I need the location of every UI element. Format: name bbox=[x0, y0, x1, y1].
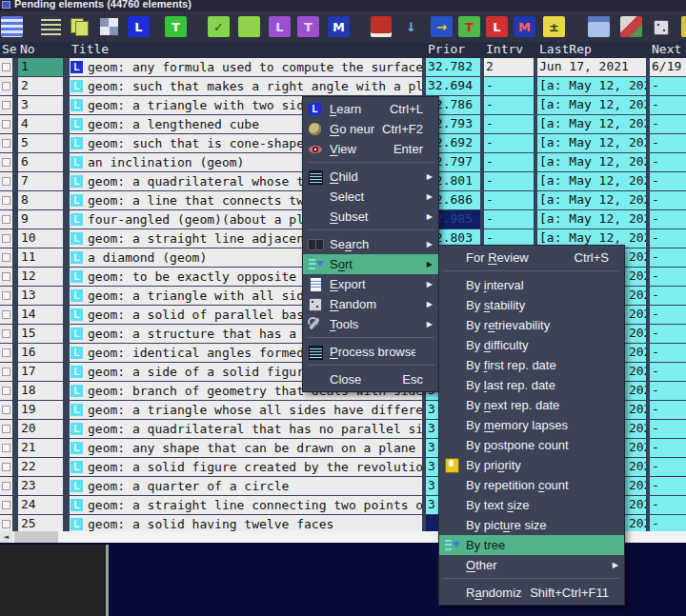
grid-view-icon[interactable] bbox=[98, 16, 120, 37]
row-select-cell[interactable] bbox=[0, 477, 12, 495]
row-title-cell[interactable]: Lgeom: a solid having twelve faces bbox=[70, 515, 422, 531]
row-next-cell[interactable]: - bbox=[650, 496, 686, 514]
row-checkbox[interactable] bbox=[2, 120, 10, 129]
row-select-cell[interactable] bbox=[0, 77, 12, 95]
row-checkbox[interactable] bbox=[2, 444, 10, 452]
row-number-cell[interactable]: 20 bbox=[18, 420, 63, 438]
menu-item-subset[interactable]: Subset ▶ bbox=[303, 207, 438, 227]
row-select-cell[interactable] bbox=[0, 363, 12, 381]
row-lastrep-cell[interactable]: [a: May 12, 202 bbox=[537, 172, 646, 190]
menu-item-by-picture-size[interactable]: By picture size bbox=[439, 515, 624, 535]
row-checkbox[interactable] bbox=[2, 501, 10, 509]
menu-item-for-review[interactable]: For Review Ctrl+S bbox=[439, 248, 624, 268]
row-next-cell[interactable]: - bbox=[650, 306, 686, 324]
row-select-cell[interactable] bbox=[0, 96, 12, 114]
menu-item-randomize[interactable]: Randomize Shift+Ctrl+F11 bbox=[439, 583, 624, 603]
element-l-icon[interactable]: L bbox=[128, 16, 150, 37]
row-checkbox[interactable] bbox=[2, 234, 10, 243]
row-checkbox[interactable] bbox=[2, 329, 10, 338]
row-number-cell[interactable]: 25 bbox=[18, 515, 63, 531]
m-plus-icon[interactable]: M bbox=[514, 16, 535, 37]
row-number-cell[interactable]: 15 bbox=[18, 325, 63, 343]
check-icon[interactable]: ✓ bbox=[208, 16, 230, 37]
row-next-cell[interactable]: - bbox=[650, 439, 686, 457]
row-interval-cell[interactable]: - bbox=[484, 96, 534, 114]
row-select-cell[interactable] bbox=[0, 344, 12, 362]
row-next-cell[interactable]: - bbox=[650, 96, 686, 114]
row-next-cell[interactable]: - bbox=[650, 287, 686, 305]
book-icon[interactable] bbox=[371, 16, 392, 37]
row-number-cell[interactable]: 1 bbox=[18, 58, 63, 76]
menu-item-go-neural[interactable]: Go neural Ctrl+F2 bbox=[303, 119, 438, 139]
map-icon[interactable] bbox=[620, 16, 642, 37]
row-interval-cell[interactable]: 2 bbox=[484, 58, 534, 76]
header-no[interactable]: No bbox=[18, 42, 63, 58]
row-number-cell[interactable]: 13 bbox=[18, 287, 63, 305]
row-checkbox[interactable] bbox=[2, 520, 10, 528]
row-next-cell[interactable]: - bbox=[650, 458, 686, 476]
header-next[interactable]: Next bbox=[650, 42, 686, 58]
row-select-cell[interactable] bbox=[0, 248, 12, 267]
scrollbar-left-arrow-icon[interactable]: ◄ bbox=[0, 531, 12, 543]
sort-down-icon[interactable]: ↓ bbox=[400, 16, 422, 37]
menu-item-learn[interactable]: Learn Ctrl+L bbox=[303, 99, 438, 119]
row-select-cell[interactable] bbox=[0, 287, 12, 305]
row-title-cell[interactable]: Lgeom: a straight line connecting two po… bbox=[70, 496, 422, 514]
row-next-cell[interactable]: - bbox=[650, 325, 686, 343]
row-lastrep-cell[interactable]: [a: May 12, 202 bbox=[537, 115, 646, 133]
table-row[interactable]: 1 Lgeom: any formula used to compute the… bbox=[0, 58, 686, 76]
row-checkbox[interactable] bbox=[2, 272, 10, 281]
list-stripes-icon[interactable] bbox=[1, 16, 23, 37]
row-checkbox[interactable] bbox=[2, 196, 10, 205]
header-lastrep[interactable]: LastRep bbox=[537, 42, 646, 58]
row-select-cell[interactable] bbox=[0, 268, 12, 286]
row-number-cell[interactable]: 18 bbox=[18, 382, 63, 400]
row-checkbox[interactable] bbox=[2, 158, 10, 167]
row-lastrep-cell[interactable]: [a: May 12, 202 bbox=[537, 77, 646, 95]
row-select-cell[interactable] bbox=[0, 229, 12, 248]
row-select-cell[interactable] bbox=[0, 115, 12, 133]
concept-l-icon[interactable]: L bbox=[269, 16, 291, 37]
row-next-cell[interactable]: - bbox=[650, 191, 686, 209]
row-checkbox[interactable] bbox=[2, 482, 10, 490]
menu-item-by-last-rep-date[interactable]: By last rep. date bbox=[439, 375, 624, 395]
row-lastrep-cell[interactable]: [a: May 12, 202 bbox=[537, 153, 646, 171]
menu-item-by-interval[interactable]: By interval bbox=[439, 275, 624, 295]
menu-item-child[interactable]: Child ▶ bbox=[303, 167, 438, 187]
form-window-icon[interactable] bbox=[588, 16, 610, 37]
row-number-cell[interactable]: 8 bbox=[18, 191, 63, 209]
row-next-cell[interactable]: - bbox=[650, 477, 686, 495]
row-lastrep-cell[interactable]: Jun 17, 2021 bbox=[537, 58, 646, 76]
menu-item-process-browser[interactable]: Process browser> bbox=[303, 342, 438, 362]
row-select-cell[interactable] bbox=[0, 458, 12, 476]
row-checkbox[interactable] bbox=[2, 463, 10, 471]
row-select-cell[interactable] bbox=[0, 306, 12, 324]
row-checkbox[interactable] bbox=[2, 425, 10, 433]
row-next-cell[interactable]: - bbox=[650, 229, 686, 248]
row-interval-cell[interactable]: - bbox=[484, 77, 534, 95]
row-select-cell[interactable] bbox=[0, 172, 12, 190]
menu-item-other[interactable]: Other ▶ bbox=[439, 555, 624, 575]
row-next-cell[interactable]: - bbox=[650, 210, 686, 229]
menu-item-by-retrievability[interactable]: By retrievability bbox=[439, 315, 624, 335]
row-lastrep-cell[interactable]: [a: May 12, 202 bbox=[537, 210, 646, 229]
row-next-cell[interactable]: - bbox=[650, 363, 686, 381]
header-se[interactable]: Se bbox=[0, 42, 12, 58]
row-next-cell[interactable]: - bbox=[650, 153, 686, 171]
row-number-cell[interactable]: 12 bbox=[18, 268, 63, 286]
row-number-cell[interactable]: 21 bbox=[18, 439, 63, 457]
row-checkbox[interactable] bbox=[2, 63, 10, 71]
row-checkbox[interactable] bbox=[2, 406, 10, 414]
row-interval-cell[interactable]: - bbox=[484, 172, 534, 190]
row-next-cell[interactable]: 6/19 bbox=[650, 58, 686, 76]
menu-item-by-first-rep-date[interactable]: By first rep. date bbox=[439, 355, 624, 375]
row-checkbox[interactable] bbox=[2, 387, 10, 395]
row-select-cell[interactable] bbox=[0, 325, 12, 343]
add-item-icon[interactable]: + bbox=[681, 16, 686, 37]
row-checkbox[interactable] bbox=[2, 253, 10, 262]
row-checkbox[interactable] bbox=[2, 310, 10, 319]
row-number-cell[interactable]: 6 bbox=[18, 153, 63, 171]
row-checkbox[interactable] bbox=[2, 368, 10, 376]
row-number-cell[interactable]: 22 bbox=[18, 458, 63, 476]
row-checkbox[interactable] bbox=[2, 82, 10, 90]
